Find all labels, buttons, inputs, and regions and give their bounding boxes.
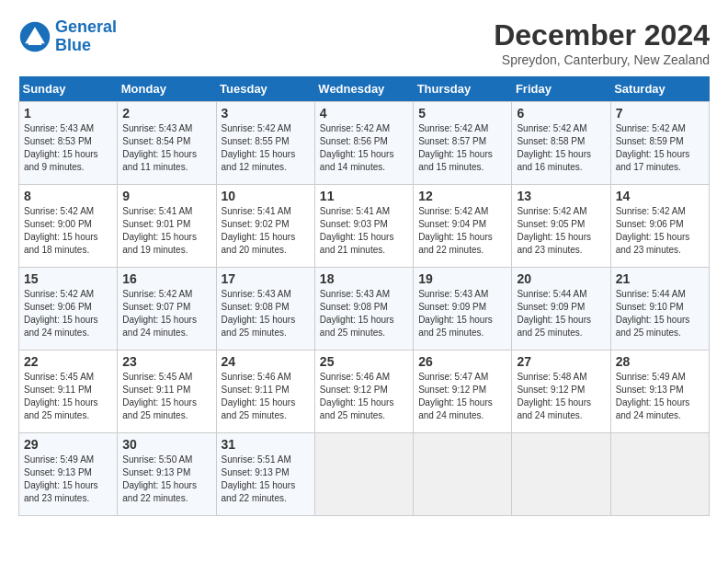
- day-info-15: Sunrise: 5:42 AM Sunset: 9:06 PM Dayligh…: [24, 288, 112, 339]
- day-info-19: Sunrise: 5:43 AM Sunset: 9:09 PM Dayligh…: [418, 288, 506, 339]
- day-info-11: Sunrise: 5:41 AM Sunset: 9:03 PM Dayligh…: [320, 205, 408, 257]
- day-number-28: 28: [616, 354, 704, 369]
- week-row-3: 15Sunrise: 5:42 AM Sunset: 9:06 PM Dayli…: [19, 268, 710, 350]
- day-number-27: 27: [517, 354, 605, 369]
- empty-cell: [610, 433, 709, 516]
- day-cell-18: 18Sunrise: 5:43 AM Sunset: 9:08 PM Dayli…: [314, 268, 413, 350]
- page-header: General Blue December 2024 Spreydon, Can…: [18, 18, 710, 67]
- day-cell-4: 4Sunrise: 5:42 AM Sunset: 8:56 PM Daylig…: [314, 102, 413, 185]
- day-number-25: 25: [320, 354, 408, 369]
- day-info-6: Sunrise: 5:42 AM Sunset: 8:58 PM Dayligh…: [517, 122, 605, 174]
- empty-cell: [314, 433, 413, 516]
- day-number-1: 1: [24, 106, 112, 121]
- day-info-10: Sunrise: 5:41 AM Sunset: 9:02 PM Dayligh…: [222, 205, 310, 257]
- day-info-7: Sunrise: 5:42 AM Sunset: 8:59 PM Dayligh…: [616, 122, 704, 174]
- location: Spreydon, Canterbury, New Zealand: [494, 52, 710, 67]
- day-info-4: Sunrise: 5:42 AM Sunset: 8:56 PM Dayligh…: [320, 122, 408, 174]
- day-cell-22: 22Sunrise: 5:45 AM Sunset: 9:11 PM Dayli…: [19, 350, 118, 433]
- day-cell-2: 2Sunrise: 5:43 AM Sunset: 8:54 PM Daylig…: [118, 102, 216, 185]
- day-info-30: Sunrise: 5:50 AM Sunset: 9:13 PM Dayligh…: [122, 454, 210, 505]
- day-cell-15: 15Sunrise: 5:42 AM Sunset: 9:06 PM Dayli…: [19, 268, 118, 350]
- logo: General Blue: [18, 18, 117, 55]
- day-info-3: Sunrise: 5:42 AM Sunset: 8:55 PM Dayligh…: [222, 122, 310, 174]
- day-cell-5: 5Sunrise: 5:42 AM Sunset: 8:57 PM Daylig…: [414, 102, 512, 185]
- header-friday: Friday: [512, 76, 610, 102]
- day-info-9: Sunrise: 5:41 AM Sunset: 9:01 PM Dayligh…: [122, 205, 210, 257]
- day-cell-24: 24Sunrise: 5:46 AM Sunset: 9:11 PM Dayli…: [216, 350, 314, 433]
- day-number-22: 22: [24, 354, 112, 369]
- day-number-8: 8: [24, 189, 112, 203]
- day-info-25: Sunrise: 5:46 AM Sunset: 9:12 PM Dayligh…: [320, 371, 408, 422]
- day-cell-8: 8Sunrise: 5:42 AM Sunset: 9:00 PM Daylig…: [19, 185, 118, 268]
- day-cell-14: 14Sunrise: 5:42 AM Sunset: 9:06 PM Dayli…: [610, 185, 709, 268]
- day-number-24: 24: [222, 354, 310, 369]
- day-info-23: Sunrise: 5:45 AM Sunset: 9:11 PM Dayligh…: [122, 371, 210, 422]
- logo-icon: [18, 20, 51, 53]
- svg-rect-2: [28, 39, 41, 45]
- day-cell-17: 17Sunrise: 5:43 AM Sunset: 9:08 PM Dayli…: [216, 268, 314, 350]
- empty-cell: [512, 433, 610, 516]
- day-info-5: Sunrise: 5:42 AM Sunset: 8:57 PM Dayligh…: [418, 122, 506, 174]
- day-info-8: Sunrise: 5:42 AM Sunset: 9:00 PM Dayligh…: [24, 205, 112, 257]
- day-info-26: Sunrise: 5:47 AM Sunset: 9:12 PM Dayligh…: [418, 371, 506, 422]
- day-info-27: Sunrise: 5:48 AM Sunset: 9:12 PM Dayligh…: [517, 371, 605, 422]
- title-block: December 2024 Spreydon, Canterbury, New …: [494, 18, 710, 67]
- day-number-21: 21: [616, 271, 704, 286]
- week-row-4: 22Sunrise: 5:45 AM Sunset: 9:11 PM Dayli…: [19, 350, 710, 433]
- calendar-table: SundayMondayTuesdayWednesdayThursdayFrid…: [18, 76, 710, 516]
- day-cell-26: 26Sunrise: 5:47 AM Sunset: 9:12 PM Dayli…: [414, 350, 512, 433]
- day-number-4: 4: [320, 106, 408, 121]
- month-title: December 2024: [494, 18, 710, 52]
- day-info-14: Sunrise: 5:42 AM Sunset: 9:06 PM Dayligh…: [616, 205, 704, 257]
- day-info-12: Sunrise: 5:42 AM Sunset: 9:04 PM Dayligh…: [418, 205, 506, 257]
- day-info-22: Sunrise: 5:45 AM Sunset: 9:11 PM Dayligh…: [24, 371, 112, 422]
- day-info-16: Sunrise: 5:42 AM Sunset: 9:07 PM Dayligh…: [122, 288, 210, 339]
- header-thursday: Thursday: [414, 76, 512, 102]
- empty-cell: [414, 433, 512, 516]
- header-wednesday: Wednesday: [314, 76, 413, 102]
- day-cell-1: 1Sunrise: 5:43 AM Sunset: 8:53 PM Daylig…: [19, 102, 118, 185]
- day-cell-29: 29Sunrise: 5:49 AM Sunset: 9:13 PM Dayli…: [19, 433, 118, 516]
- day-number-3: 3: [222, 106, 310, 121]
- day-cell-13: 13Sunrise: 5:42 AM Sunset: 9:05 PM Dayli…: [512, 185, 610, 268]
- day-info-18: Sunrise: 5:43 AM Sunset: 9:08 PM Dayligh…: [320, 288, 408, 339]
- week-row-1: 1Sunrise: 5:43 AM Sunset: 8:53 PM Daylig…: [19, 102, 710, 185]
- day-cell-21: 21Sunrise: 5:44 AM Sunset: 9:10 PM Dayli…: [610, 268, 709, 350]
- day-number-10: 10: [222, 189, 310, 203]
- day-cell-31: 31Sunrise: 5:51 AM Sunset: 9:13 PM Dayli…: [216, 433, 314, 516]
- day-number-31: 31: [222, 437, 310, 452]
- header-tuesday: Tuesday: [216, 76, 314, 102]
- day-number-6: 6: [517, 106, 605, 121]
- day-info-28: Sunrise: 5:49 AM Sunset: 9:13 PM Dayligh…: [616, 371, 704, 422]
- day-info-21: Sunrise: 5:44 AM Sunset: 9:10 PM Dayligh…: [616, 288, 704, 339]
- day-info-13: Sunrise: 5:42 AM Sunset: 9:05 PM Dayligh…: [517, 205, 605, 257]
- day-cell-23: 23Sunrise: 5:45 AM Sunset: 9:11 PM Dayli…: [118, 350, 216, 433]
- day-cell-19: 19Sunrise: 5:43 AM Sunset: 9:09 PM Dayli…: [414, 268, 512, 350]
- logo-text: General Blue: [55, 18, 117, 55]
- day-cell-28: 28Sunrise: 5:49 AM Sunset: 9:13 PM Dayli…: [610, 350, 709, 433]
- day-cell-9: 9Sunrise: 5:41 AM Sunset: 9:01 PM Daylig…: [118, 185, 216, 268]
- day-number-26: 26: [418, 354, 506, 369]
- day-info-17: Sunrise: 5:43 AM Sunset: 9:08 PM Dayligh…: [222, 288, 310, 339]
- day-cell-10: 10Sunrise: 5:41 AM Sunset: 9:02 PM Dayli…: [216, 185, 314, 268]
- day-number-19: 19: [418, 271, 506, 286]
- day-number-20: 20: [517, 271, 605, 286]
- day-number-2: 2: [122, 106, 210, 121]
- day-number-5: 5: [418, 106, 506, 121]
- day-info-29: Sunrise: 5:49 AM Sunset: 9:13 PM Dayligh…: [24, 454, 112, 505]
- day-number-15: 15: [24, 271, 112, 286]
- day-number-17: 17: [222, 271, 310, 286]
- day-number-11: 11: [320, 189, 408, 203]
- day-info-31: Sunrise: 5:51 AM Sunset: 9:13 PM Dayligh…: [222, 454, 310, 505]
- header-sunday: Sunday: [19, 76, 118, 102]
- day-cell-27: 27Sunrise: 5:48 AM Sunset: 9:12 PM Dayli…: [512, 350, 610, 433]
- header-row: SundayMondayTuesdayWednesdayThursdayFrid…: [19, 76, 710, 102]
- day-cell-11: 11Sunrise: 5:41 AM Sunset: 9:03 PM Dayli…: [314, 185, 413, 268]
- day-number-13: 13: [517, 189, 605, 203]
- day-number-29: 29: [24, 437, 112, 452]
- header-monday: Monday: [118, 76, 216, 102]
- day-number-16: 16: [122, 271, 210, 286]
- day-number-14: 14: [616, 189, 704, 203]
- day-cell-20: 20Sunrise: 5:44 AM Sunset: 9:09 PM Dayli…: [512, 268, 610, 350]
- day-info-1: Sunrise: 5:43 AM Sunset: 8:53 PM Dayligh…: [24, 122, 112, 174]
